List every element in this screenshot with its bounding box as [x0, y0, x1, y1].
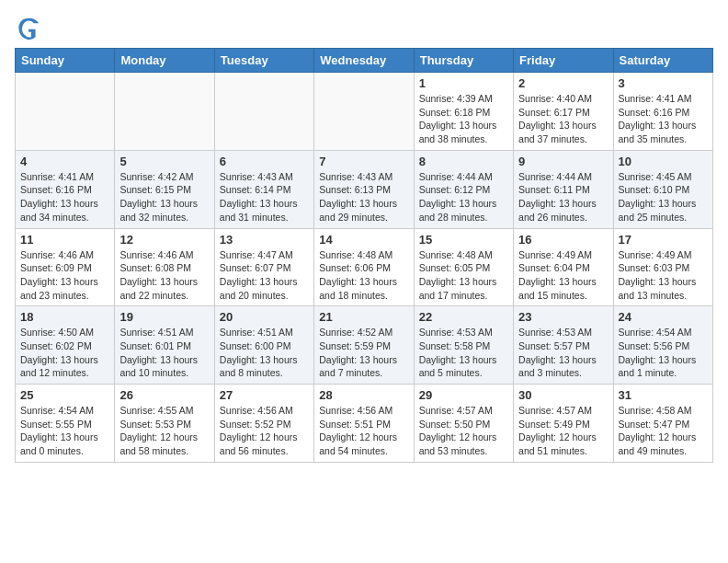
calendar-cell: 31Sunrise: 4:58 AM Sunset: 5:47 PM Dayli… [613, 385, 712, 463]
day-number: 3 [619, 76, 708, 90]
day-info: Sunrise: 4:43 AM Sunset: 6:13 PM Dayligh… [319, 170, 408, 224]
calendar-week-row: 25Sunrise: 4:54 AM Sunset: 5:55 PM Dayli… [16, 385, 713, 463]
weekday-header-tuesday: Tuesday [214, 49, 313, 73]
calendar-cell: 25Sunrise: 4:54 AM Sunset: 5:55 PM Dayli… [16, 385, 115, 463]
calendar-cell: 30Sunrise: 4:57 AM Sunset: 5:49 PM Dayli… [514, 385, 613, 463]
calendar-cell: 6Sunrise: 4:43 AM Sunset: 6:14 PM Daylig… [214, 150, 313, 228]
weekday-header-saturday: Saturday [613, 49, 712, 73]
calendar-cell: 29Sunrise: 4:57 AM Sunset: 5:50 PM Dayli… [414, 385, 513, 463]
calendar-table: SundayMondayTuesdayWednesdayThursdayFrid… [15, 48, 713, 463]
weekday-header-row: SundayMondayTuesdayWednesdayThursdayFrid… [16, 49, 713, 73]
calendar-week-row: 1Sunrise: 4:39 AM Sunset: 6:18 PM Daylig… [16, 73, 713, 151]
calendar-cell: 13Sunrise: 4:47 AM Sunset: 6:07 PM Dayli… [214, 228, 313, 306]
day-info: Sunrise: 4:46 AM Sunset: 6:08 PM Dayligh… [119, 248, 209, 303]
day-info: Sunrise: 4:39 AM Sunset: 6:18 PM Dayligh… [419, 92, 508, 146]
calendar-cell: 15Sunrise: 4:48 AM Sunset: 6:05 PM Dayli… [414, 228, 513, 306]
day-info: Sunrise: 4:50 AM Sunset: 6:02 PM Dayligh… [20, 326, 109, 380]
day-info: Sunrise: 4:54 AM Sunset: 5:55 PM Dayligh… [20, 404, 109, 458]
calendar-cell: 14Sunrise: 4:48 AM Sunset: 6:06 PM Dayli… [314, 228, 414, 306]
day-number: 30 [518, 388, 608, 402]
day-number: 5 [119, 155, 209, 168]
day-info: Sunrise: 4:44 AM Sunset: 6:11 PM Dayligh… [518, 170, 608, 224]
calendar-cell: 4Sunrise: 4:41 AM Sunset: 6:16 PM Daylig… [16, 150, 115, 228]
day-number: 4 [20, 155, 109, 168]
weekday-header-friday: Friday [514, 49, 613, 73]
day-number: 17 [619, 233, 708, 247]
calendar-cell: 17Sunrise: 4:49 AM Sunset: 6:03 PM Dayli… [613, 228, 712, 306]
day-info: Sunrise: 4:45 AM Sunset: 6:10 PM Dayligh… [619, 170, 708, 224]
day-number: 31 [619, 388, 708, 402]
logo-icon [17, 15, 42, 40]
day-number: 24 [619, 310, 708, 324]
day-number: 11 [20, 233, 109, 247]
weekday-header-wednesday: Wednesday [314, 49, 414, 73]
day-info: Sunrise: 4:51 AM Sunset: 6:01 PM Dayligh… [119, 326, 209, 380]
day-number: 28 [319, 388, 408, 402]
calendar-cell: 26Sunrise: 4:55 AM Sunset: 5:53 PM Dayli… [115, 385, 214, 463]
day-info: Sunrise: 4:49 AM Sunset: 6:04 PM Dayligh… [518, 248, 608, 303]
day-number: 23 [518, 310, 608, 324]
day-info: Sunrise: 4:57 AM Sunset: 5:50 PM Dayligh… [419, 404, 508, 458]
weekday-header-monday: Monday [115, 49, 214, 73]
day-info: Sunrise: 4:48 AM Sunset: 6:06 PM Dayligh… [319, 248, 408, 303]
day-number: 16 [518, 233, 608, 247]
day-number: 7 [319, 155, 408, 168]
day-number: 19 [119, 310, 209, 324]
calendar-cell: 28Sunrise: 4:56 AM Sunset: 5:51 PM Dayli… [314, 385, 414, 463]
calendar-cell: 21Sunrise: 4:52 AM Sunset: 5:59 PM Dayli… [314, 306, 414, 385]
calendar-cell: 11Sunrise: 4:46 AM Sunset: 6:09 PM Dayli… [16, 228, 115, 306]
calendar-cell [214, 73, 313, 151]
page-header [15, 15, 713, 40]
day-info: Sunrise: 4:40 AM Sunset: 6:17 PM Dayligh… [518, 92, 608, 146]
day-number: 27 [220, 388, 309, 402]
day-number: 22 [419, 310, 508, 324]
logo [15, 15, 42, 40]
calendar-cell: 7Sunrise: 4:43 AM Sunset: 6:13 PM Daylig… [314, 150, 414, 228]
calendar-cell: 1Sunrise: 4:39 AM Sunset: 6:18 PM Daylig… [414, 73, 513, 151]
day-number: 26 [119, 388, 209, 402]
day-info: Sunrise: 4:53 AM Sunset: 5:57 PM Dayligh… [518, 326, 608, 380]
calendar-cell: 8Sunrise: 4:44 AM Sunset: 6:12 PM Daylig… [414, 150, 513, 228]
calendar-week-row: 11Sunrise: 4:46 AM Sunset: 6:09 PM Dayli… [16, 228, 713, 306]
day-info: Sunrise: 4:42 AM Sunset: 6:15 PM Dayligh… [119, 170, 209, 224]
day-info: Sunrise: 4:48 AM Sunset: 6:05 PM Dayligh… [419, 248, 508, 303]
weekday-header-sunday: Sunday [16, 49, 115, 73]
day-info: Sunrise: 4:51 AM Sunset: 6:00 PM Dayligh… [220, 326, 309, 380]
calendar-cell: 20Sunrise: 4:51 AM Sunset: 6:00 PM Dayli… [214, 306, 313, 385]
calendar-week-row: 4Sunrise: 4:41 AM Sunset: 6:16 PM Daylig… [16, 150, 713, 228]
day-info: Sunrise: 4:56 AM Sunset: 5:52 PM Dayligh… [220, 404, 309, 458]
day-number: 25 [20, 388, 109, 402]
day-info: Sunrise: 4:52 AM Sunset: 5:59 PM Dayligh… [319, 326, 408, 380]
day-number: 13 [220, 233, 309, 247]
calendar-cell: 16Sunrise: 4:49 AM Sunset: 6:04 PM Dayli… [514, 228, 613, 306]
day-info: Sunrise: 4:54 AM Sunset: 5:56 PM Dayligh… [619, 326, 708, 380]
day-info: Sunrise: 4:44 AM Sunset: 6:12 PM Dayligh… [419, 170, 508, 224]
calendar-cell: 5Sunrise: 4:42 AM Sunset: 6:15 PM Daylig… [115, 150, 214, 228]
day-number: 10 [619, 155, 708, 168]
day-info: Sunrise: 4:46 AM Sunset: 6:09 PM Dayligh… [20, 248, 109, 303]
calendar-cell: 18Sunrise: 4:50 AM Sunset: 6:02 PM Dayli… [16, 306, 115, 385]
day-info: Sunrise: 4:43 AM Sunset: 6:14 PM Dayligh… [220, 170, 309, 224]
weekday-header-thursday: Thursday [414, 49, 513, 73]
calendar-cell: 23Sunrise: 4:53 AM Sunset: 5:57 PM Dayli… [514, 306, 613, 385]
day-number: 14 [319, 233, 408, 247]
day-number: 1 [419, 76, 508, 90]
calendar-cell: 19Sunrise: 4:51 AM Sunset: 6:01 PM Dayli… [115, 306, 214, 385]
day-number: 15 [419, 233, 508, 247]
day-info: Sunrise: 4:58 AM Sunset: 5:47 PM Dayligh… [619, 404, 708, 458]
day-number: 12 [119, 233, 209, 247]
day-number: 29 [419, 388, 508, 402]
day-info: Sunrise: 4:49 AM Sunset: 6:03 PM Dayligh… [619, 248, 708, 303]
calendar-cell: 10Sunrise: 4:45 AM Sunset: 6:10 PM Dayli… [613, 150, 712, 228]
day-info: Sunrise: 4:41 AM Sunset: 6:16 PM Dayligh… [619, 92, 708, 146]
calendar-cell: 3Sunrise: 4:41 AM Sunset: 6:16 PM Daylig… [613, 73, 712, 151]
day-info: Sunrise: 4:47 AM Sunset: 6:07 PM Dayligh… [220, 248, 309, 303]
day-number: 20 [220, 310, 309, 324]
day-number: 6 [220, 155, 309, 168]
calendar-cell [16, 73, 115, 151]
calendar-week-row: 18Sunrise: 4:50 AM Sunset: 6:02 PM Dayli… [16, 306, 713, 385]
calendar-cell: 9Sunrise: 4:44 AM Sunset: 6:11 PM Daylig… [514, 150, 613, 228]
day-info: Sunrise: 4:56 AM Sunset: 5:51 PM Dayligh… [319, 404, 408, 458]
day-info: Sunrise: 4:57 AM Sunset: 5:49 PM Dayligh… [518, 404, 608, 458]
calendar-cell: 24Sunrise: 4:54 AM Sunset: 5:56 PM Dayli… [613, 306, 712, 385]
